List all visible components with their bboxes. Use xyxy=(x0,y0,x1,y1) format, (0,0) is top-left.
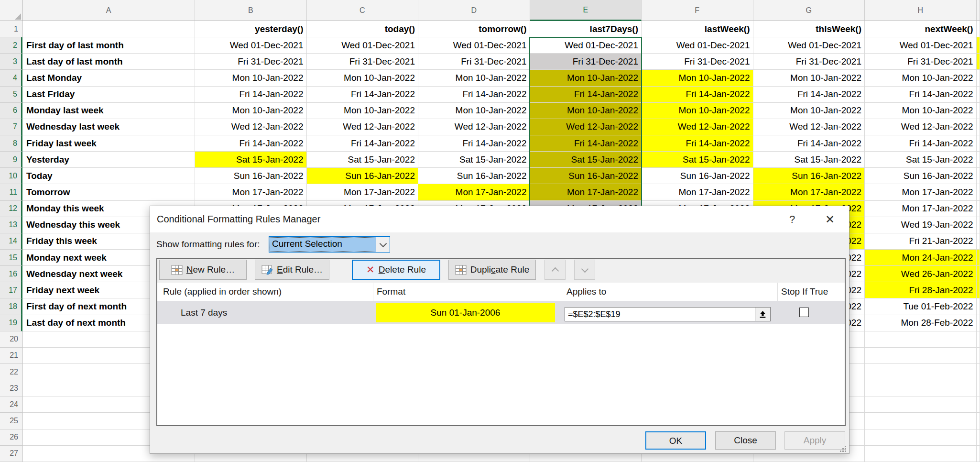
cell-H7[interactable]: Wed 12-Jan-2022 xyxy=(865,119,977,135)
cell-partial-14[interactable] xyxy=(977,233,980,250)
row-header-5[interactable]: 5 xyxy=(0,87,22,103)
cell-C2[interactable]: Wed 01-Dec-2021 xyxy=(307,37,419,54)
cell-H1[interactable]: nextWeek() xyxy=(865,21,977,37)
resize-grip-icon[interactable] xyxy=(838,445,847,453)
cell-partial-2[interactable] xyxy=(977,37,980,54)
cell-F9[interactable]: Sat 15-Jan-2022 xyxy=(642,152,753,168)
cell-partial-1[interactable] xyxy=(977,21,980,37)
cell-C4[interactable]: Mon 10-Jan-2022 xyxy=(307,70,419,86)
row-header-16[interactable]: 16 xyxy=(0,266,22,282)
duplicate-rule-button[interactable]: Duplicate Rule xyxy=(448,260,536,280)
cell-partial-24[interactable] xyxy=(977,396,980,413)
cell-A11[interactable]: Tomorrow xyxy=(22,184,195,200)
cell-D6[interactable]: Mon 10-Jan-2022 xyxy=(418,103,530,119)
cell-H2[interactable]: Wed 01-Dec-2021 xyxy=(865,37,977,54)
cell-C11[interactable]: Mon 17-Jan-2022 xyxy=(307,184,419,200)
applies-to-field[interactable]: =$E$2:$E$19 xyxy=(565,307,771,321)
close-button[interactable]: Close xyxy=(715,431,776,450)
ok-button[interactable]: OK xyxy=(645,431,706,450)
cell-A5[interactable]: Last Friday xyxy=(22,87,195,103)
row-header-12[interactable]: 12 xyxy=(0,201,22,217)
column-header-H[interactable]: H xyxy=(865,0,977,21)
cell-F2[interactable]: Wed 01-Dec-2021 xyxy=(642,37,753,54)
cell-D1[interactable]: tomorrow() xyxy=(418,21,530,37)
column-header-E[interactable]: E xyxy=(530,0,642,21)
cell-D8[interactable]: Fri 14-Jan-2022 xyxy=(418,135,530,152)
cell-G4[interactable]: Mon 10-Jan-2022 xyxy=(753,70,865,86)
cell-B6[interactable]: Mon 10-Jan-2022 xyxy=(195,103,307,119)
apply-button[interactable]: Apply xyxy=(784,431,845,450)
cell-B7[interactable]: Wed 12-Jan-2022 xyxy=(195,119,307,135)
cell-C7[interactable]: Wed 12-Jan-2022 xyxy=(307,119,419,135)
cell-partial-5[interactable] xyxy=(977,87,980,103)
cell-B5[interactable]: Fri 14-Jan-2022 xyxy=(195,87,307,103)
cell-D7[interactable]: Wed 12-Jan-2022 xyxy=(418,119,530,135)
cell-B9[interactable]: Sat 15-Jan-2022 xyxy=(195,152,307,168)
cell-G10[interactable]: Sun 16-Jan-2022 xyxy=(753,168,865,184)
row-header-13[interactable]: 13 xyxy=(0,217,22,233)
range-picker-button[interactable] xyxy=(755,307,771,321)
cell-D5[interactable]: Fri 14-Jan-2022 xyxy=(418,87,530,103)
cell-G1[interactable]: thisWeek() xyxy=(753,21,865,37)
row-header-6[interactable]: 6 xyxy=(0,103,22,119)
cell-partial-3[interactable] xyxy=(977,54,980,70)
cell-partial-27[interactable] xyxy=(977,446,980,462)
column-header-G[interactable]: G xyxy=(753,0,865,21)
cell-C1[interactable]: today() xyxy=(307,21,419,37)
cell-E11[interactable]: Mon 17-Jan-2022 xyxy=(530,184,642,200)
cell-B4[interactable]: Mon 10-Jan-2022 xyxy=(195,70,307,86)
select-all-button[interactable] xyxy=(0,0,22,21)
column-header-A[interactable]: A xyxy=(22,0,195,21)
cell-H21[interactable] xyxy=(865,348,977,364)
cell-partial-15[interactable] xyxy=(977,250,980,266)
cell-B1[interactable]: yesterday() xyxy=(195,21,307,37)
help-icon[interactable]: ? xyxy=(785,212,799,227)
cell-C5[interactable]: Fri 14-Jan-2022 xyxy=(307,87,419,103)
cell-partial-22[interactable] xyxy=(977,364,980,380)
cell-H16[interactable]: Wed 26-Jan-2022 xyxy=(865,266,977,282)
row-header-23[interactable]: 23 xyxy=(0,380,22,396)
cell-F4[interactable]: Mon 10-Jan-2022 xyxy=(642,70,753,86)
row-header-18[interactable]: 18 xyxy=(0,298,22,315)
cell-partial-8[interactable] xyxy=(977,135,980,152)
cell-H8[interactable]: Fri 14-Jan-2022 xyxy=(865,135,977,152)
move-rule-up-button[interactable] xyxy=(544,260,566,280)
cell-D2[interactable]: Wed 01-Dec-2021 xyxy=(418,37,530,54)
column-header-B[interactable]: B xyxy=(195,0,307,21)
cell-B10[interactable]: Sun 16-Jan-2022 xyxy=(195,168,307,184)
row-header-7[interactable]: 7 xyxy=(0,119,22,135)
cell-G7[interactable]: Wed 12-Jan-2022 xyxy=(753,119,865,135)
cell-partial-16[interactable] xyxy=(977,266,980,282)
cell-E10[interactable]: Sun 16-Jan-2022 xyxy=(530,168,642,184)
move-rule-down-button[interactable] xyxy=(574,260,595,280)
cell-B11[interactable]: Mon 17-Jan-2022 xyxy=(195,184,307,200)
cell-A1[interactable] xyxy=(22,21,195,37)
cell-H18[interactable]: Tue 01-Feb-2022 xyxy=(865,298,977,315)
cell-D11[interactable]: Mon 17-Jan-2022 xyxy=(418,184,530,200)
cell-B8[interactable]: Fri 14-Jan-2022 xyxy=(195,135,307,152)
cell-H10[interactable]: Sun 16-Jan-2022 xyxy=(865,168,977,184)
column-header-D[interactable]: D xyxy=(418,0,530,21)
row-header-20[interactable]: 20 xyxy=(0,331,22,348)
cell-C3[interactable]: Fri 31-Dec-2021 xyxy=(307,54,419,70)
cell-H3[interactable]: Fri 31-Dec-2021 xyxy=(865,54,977,70)
cell-partial-12[interactable] xyxy=(977,201,980,217)
cell-H23[interactable] xyxy=(865,380,977,396)
row-header-27[interactable]: 27 xyxy=(0,446,22,462)
cell-H20[interactable] xyxy=(865,331,977,348)
cell-partial-4[interactable] xyxy=(977,70,980,86)
row-header-9[interactable]: 9 xyxy=(0,152,22,168)
cell-F5[interactable]: Fri 14-Jan-2022 xyxy=(642,87,753,103)
cell-H9[interactable]: Sat 15-Jan-2022 xyxy=(865,152,977,168)
cell-D3[interactable]: Fri 31-Dec-2021 xyxy=(418,54,530,70)
cell-partial-20[interactable] xyxy=(977,331,980,348)
close-icon[interactable]: ✕ xyxy=(821,211,838,228)
cell-G11[interactable]: Mon 17-Jan-2022 xyxy=(753,184,865,200)
cell-A4[interactable]: Last Monday xyxy=(22,70,195,86)
cell-E5[interactable]: Fri 14-Jan-2022 xyxy=(530,87,642,103)
cell-H15[interactable]: Mon 24-Jan-2022 xyxy=(865,250,977,266)
cell-F11[interactable]: Mon 17-Jan-2022 xyxy=(642,184,753,200)
cell-A3[interactable]: Last day of last month xyxy=(22,54,195,70)
cell-H25[interactable] xyxy=(865,413,977,429)
row-header-26[interactable]: 26 xyxy=(0,429,22,446)
